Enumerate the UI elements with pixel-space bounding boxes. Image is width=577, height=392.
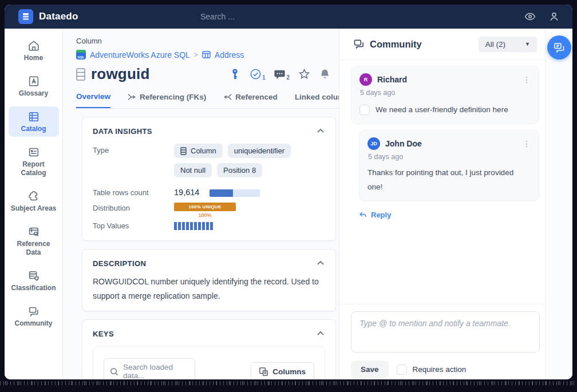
breadcrumb-separator: > <box>194 51 198 59</box>
table-icon <box>202 51 211 58</box>
columns-picker-button[interactable]: Columns <box>251 362 314 380</box>
data-insights-title: DATA INSIGHTS <box>93 127 152 136</box>
collapse-chevron-icon[interactable] <box>316 126 325 136</box>
right-rail <box>546 29 572 379</box>
comment-card: R Richard ⋮ 5 days ago We need a user-fr… <box>351 66 539 124</box>
referenced-arrow-icon <box>223 93 232 101</box>
columns-button-label: Columns <box>272 367 306 376</box>
comment-time: 5 days ago <box>368 153 531 161</box>
tab-label: Linked columns - I <box>295 93 339 101</box>
chip-datatype: uniqueidentifier <box>228 144 291 158</box>
sidebar-item-glossary[interactable]: Glossary <box>9 71 59 101</box>
description-title: DESCRIPTION <box>93 259 146 268</box>
referencing-arrow-icon <box>128 93 136 101</box>
classification-icon <box>27 270 40 282</box>
description-text: ROWGUIDCOL number uniquely identifying t… <box>93 275 325 303</box>
breadcrumb-database-link[interactable]: AdventureWorks Azure SQL <box>90 50 190 60</box>
bell-notifications-icon[interactable] <box>319 68 331 80</box>
primary-key-icon <box>229 68 241 80</box>
chip-label: Not null <box>180 166 205 175</box>
breadcrumb: SQL AdventureWorks Azure SQL > Address <box>76 50 339 60</box>
rows-count-bar-fill <box>210 189 233 197</box>
breadcrumb-table-link[interactable]: Address <box>215 50 244 60</box>
community-icon <box>27 305 40 318</box>
tab-referencing-fks[interactable]: Referencing (FKs) <box>128 93 206 108</box>
chat-icon <box>554 42 565 53</box>
chip-label: Column <box>191 146 216 155</box>
comment-composer-section: Save Requires action <box>339 304 545 379</box>
sidebar-label: Glossary <box>19 89 48 97</box>
comment-text: Thanks for pointing that out, I just pro… <box>367 166 531 194</box>
chip-column: Column <box>174 144 223 158</box>
sidebar-item-subject-areas[interactable]: Subject Areas <box>9 186 59 216</box>
title-row: rowguid 1 2 <box>76 65 339 83</box>
community-header: Community All (2) ▼ <box>339 29 545 60</box>
comment-menu-icon[interactable]: ⋮ <box>523 140 531 148</box>
requires-action-checkbox[interactable] <box>397 365 407 375</box>
comment-input[interactable] <box>351 311 540 353</box>
requires-action-label: Requires action <box>397 365 467 375</box>
sidebar-item-classification[interactable]: Classification <box>9 266 59 296</box>
sidebar-label: Home <box>24 54 43 62</box>
user-profile-icon[interactable] <box>548 11 560 22</box>
avatar: R <box>359 73 372 86</box>
sql-database-icon: SQL <box>76 50 86 60</box>
star-favorite-icon[interactable] <box>298 68 310 80</box>
comments-icon[interactable]: 2 <box>274 68 290 81</box>
bottom-clipped-strip <box>0 379 577 392</box>
comment-menu-icon[interactable]: ⋮ <box>523 76 531 84</box>
collapse-chevron-icon[interactable] <box>316 329 325 338</box>
collapse-chevron-icon[interactable] <box>316 259 325 268</box>
sidebar-item-home[interactable]: Home <box>9 35 59 66</box>
community-fab-button[interactable] <box>547 35 571 60</box>
tab-bar: Overview Referencing (FKs) Referenced Li… <box>76 92 339 109</box>
main-content: Column SQL AdventureWorks Azure SQL > Ad… <box>63 29 339 379</box>
sidebar-label: Reference Data <box>17 240 50 256</box>
sidebar-item-community[interactable]: Community <box>9 301 59 331</box>
comments-filter-dropdown[interactable]: All (2) ▼ <box>479 37 537 52</box>
rows-count-label: Table rows count <box>93 188 174 197</box>
database-icon <box>21 12 30 21</box>
comments-count-badge: 2 <box>286 74 290 81</box>
global-search-input[interactable]: Search ... <box>200 5 349 29</box>
keys-title: KEYS <box>93 330 114 338</box>
caret-down-icon: ▼ <box>525 41 530 47</box>
chip-label: uniqueidentifier <box>234 146 284 155</box>
tab-label: Overview <box>76 92 110 101</box>
type-label: Type <box>93 144 174 155</box>
comment-task-checkbox[interactable] <box>359 105 370 115</box>
comments-list: R Richard ⋮ 5 days ago We need a user-fr… <box>339 60 545 304</box>
chip-position: Position 8 <box>217 163 262 177</box>
columns-picker-icon <box>259 367 268 376</box>
chip-label: Position 8 <box>223 166 256 175</box>
sidebar-label: Catalog <box>21 125 46 133</box>
tab-overview[interactable]: Overview <box>76 92 110 109</box>
reply-button[interactable]: Reply <box>359 211 539 219</box>
tab-linked-columns[interactable]: Linked columns - I <box>295 93 339 108</box>
eye-icon[interactable] <box>524 11 536 22</box>
approval-status-icon[interactable]: 1 <box>250 68 266 81</box>
dataedo-logo-icon[interactable] <box>18 9 33 24</box>
reply-label: Reply <box>371 211 391 219</box>
filter-value: All (2) <box>485 40 505 49</box>
requires-action-text: Requires action <box>413 365 467 374</box>
sidebar-item-catalog[interactable]: Catalog <box>9 106 59 137</box>
sidebar-item-reference-data[interactable]: Reference Data <box>9 221 59 260</box>
tab-referenced[interactable]: Referenced <box>223 93 278 108</box>
sidebar-label: Community <box>15 319 53 327</box>
comment-text: We need a user-friendly definition here <box>376 103 508 117</box>
distribution-unique-bar: 100% UNIQUE <box>174 203 236 211</box>
keys-search-input[interactable]: Search loaded data... <box>104 358 195 379</box>
community-title: Community <box>370 39 422 50</box>
comment-author: John Doe <box>385 139 422 148</box>
save-button[interactable]: Save <box>351 361 389 378</box>
glossary-icon <box>27 75 40 88</box>
sidebar-item-report-catalog[interactable]: Report Catalog <box>9 142 59 181</box>
comment-time: 5 days ago <box>360 89 531 97</box>
column-chip-icon <box>180 147 187 155</box>
app-window: Dataedo Search ... Home Glossary Cat <box>5 5 572 379</box>
description-panel: DESCRIPTION ROWGUIDCOL number uniquely i… <box>82 249 336 311</box>
entity-type-label: Column <box>76 37 339 45</box>
reply-arrow-icon <box>359 211 367 219</box>
comment-card-reply: JD John Doe ⋮ 5 days ago Thanks for poin… <box>359 130 539 201</box>
